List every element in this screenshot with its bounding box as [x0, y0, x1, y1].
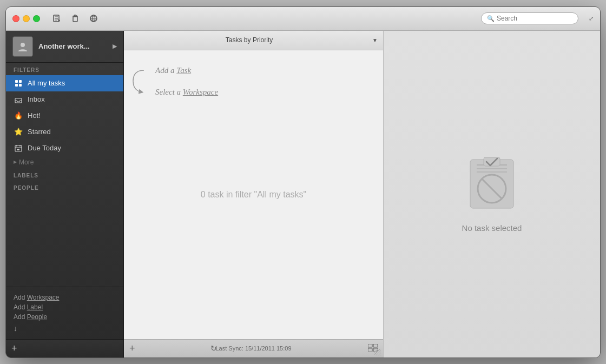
resize-handle[interactable]: [374, 349, 381, 355]
hint-add-task: Add a Task: [155, 65, 191, 75]
down-arrow-icon: ↓: [14, 324, 116, 333]
close-button[interactable]: [12, 15, 19, 22]
svg-rect-29: [470, 160, 513, 208]
hint-select-workspace: Select a Workspace: [155, 87, 218, 97]
labels-section-label: LABELS: [6, 168, 123, 181]
sidebar-bottom-bar: +: [6, 339, 123, 358]
add-people-link[interactable]: Add People: [14, 313, 116, 321]
center-panel: Tasks by Priority ▼: [124, 31, 384, 358]
sort-label[interactable]: Tasks by Priority: [129, 36, 369, 44]
svg-rect-25: [368, 344, 372, 347]
sidebar-item-starred[interactable]: ⭐ Starred: [6, 124, 123, 140]
svg-rect-17: [15, 84, 18, 87]
minimize-button[interactable]: [23, 15, 30, 22]
no-task-illustration: [465, 155, 519, 215]
center-bottom-bar: + ↻ Last Sync: 15/11/2011 15:09: [124, 339, 383, 358]
svg-rect-15: [15, 80, 18, 83]
sidebar-item-label: Starred: [28, 128, 51, 136]
search-icon: 🔍: [487, 15, 495, 22]
fire-icon: 🔥: [14, 111, 23, 121]
sidebar: Another work... ▶ FILTERS All my tasks: [6, 31, 124, 358]
hint-add-task-text: Add a Task: [155, 66, 191, 75]
main-window: 🔍 ⤢ Another work... ▶ FILTERS: [5, 6, 601, 358]
main-content: Another work... ▶ FILTERS All my tasks: [6, 31, 600, 358]
no-task-label: No task selected: [462, 223, 522, 233]
globe-icon[interactable]: [88, 12, 100, 24]
svg-rect-18: [19, 84, 22, 87]
svg-rect-24: [17, 149, 19, 150]
traffic-lights: [12, 15, 40, 22]
avatar: [12, 36, 33, 57]
sidebar-footer: Add Workspace Add Label Add People ↓: [6, 287, 123, 339]
toolbar-icons: [51, 12, 100, 24]
sidebar-item-label: All my tasks: [28, 79, 65, 87]
sidebar-item-all-my-tasks[interactable]: All my tasks: [6, 75, 123, 91]
svg-rect-26: [373, 344, 378, 347]
titlebar: 🔍 ⤢: [6, 7, 600, 31]
more-label: More: [19, 158, 34, 166]
add-task-button[interactable]: +: [129, 343, 135, 354]
sidebar-more[interactable]: ▶ More: [6, 156, 123, 168]
last-sync-text: Last Sync: 15/11/2011 15:09: [215, 345, 291, 352]
calendar-icon: [14, 143, 23, 153]
svg-rect-4: [73, 17, 77, 22]
user-name: Another work...: [38, 42, 113, 50]
add-label-link[interactable]: Add Label: [14, 303, 116, 311]
edit-icon[interactable]: [51, 12, 63, 24]
trash-icon[interactable]: [69, 12, 81, 24]
filters-label: FILTERS: [6, 63, 123, 75]
hint-select-workspace-text: Select a Workspace: [155, 88, 218, 96]
user-chevron-icon: ▶: [113, 43, 117, 50]
add-workspace-link[interactable]: Add Workspace: [14, 294, 116, 301]
maximize-button[interactable]: [33, 15, 40, 22]
user-account[interactable]: Another work... ▶: [6, 31, 123, 63]
svg-rect-27: [368, 348, 372, 352]
sidebar-item-label: Hot!: [28, 111, 41, 120]
add-button[interactable]: +: [11, 343, 17, 354]
dropdown-arrow-icon[interactable]: ▼: [372, 37, 378, 43]
empty-message: 0 task in filter "All my tasks": [201, 190, 306, 200]
expand-icon[interactable]: ⤢: [589, 15, 594, 22]
center-toolbar: Tasks by Priority ▼: [124, 31, 383, 50]
grid-icon: [14, 78, 23, 88]
right-panel: No task selected: [384, 31, 600, 358]
sidebar-item-due-today[interactable]: Due Today: [6, 140, 123, 156]
triangle-icon: ▶: [14, 160, 17, 164]
search-bar[interactable]: 🔍: [481, 12, 578, 24]
sidebar-item-label: Inbox: [28, 95, 45, 103]
star-icon: ⭐: [14, 127, 23, 137]
sidebar-item-label: Due Today: [28, 144, 61, 152]
sidebar-item-hot[interactable]: 🔥 Hot!: [6, 108, 123, 124]
inbox-icon: [14, 95, 23, 104]
svg-point-14: [21, 43, 25, 47]
search-input[interactable]: [497, 15, 572, 22]
people-section-label: PEOPLE: [6, 181, 123, 193]
svg-rect-16: [19, 80, 22, 83]
svg-rect-20: [15, 145, 22, 151]
sidebar-item-inbox[interactable]: Inbox: [6, 91, 123, 108]
center-content: Add a Task Select a Workspace 0 task in …: [124, 50, 383, 339]
